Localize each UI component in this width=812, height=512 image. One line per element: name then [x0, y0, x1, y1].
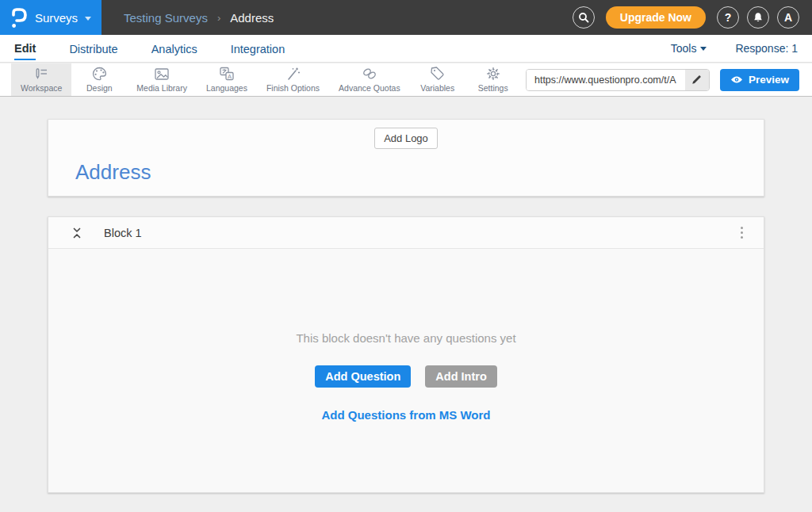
toolbar-item-label: Workspace [21, 83, 62, 93]
pencil-icon [691, 75, 702, 85]
collapse-block-button[interactable] [69, 225, 85, 241]
preview-button[interactable]: Preview [720, 69, 799, 91]
bell-icon [753, 12, 764, 23]
toolbar-item-languages[interactable]: A Languages [197, 63, 257, 96]
editor-toolbar: Workspace Design Media Library A Languag… [0, 63, 812, 97]
svg-text:A: A [228, 73, 232, 80]
workspace-icon [33, 67, 49, 81]
breadcrumb-separator-icon: › [217, 12, 220, 24]
toolbar-item-variables[interactable]: Variables [410, 63, 465, 96]
upgrade-now-button[interactable]: Upgrade Now [606, 6, 706, 29]
toolbar-right: Preview [526, 63, 812, 96]
block-menu-kebab-icon[interactable] [736, 224, 748, 242]
help-button[interactable]: ? [717, 6, 739, 29]
tag-icon [430, 67, 445, 81]
toolbar-item-label: Media Library [136, 83, 187, 93]
edit-url-button[interactable] [685, 70, 709, 90]
search-icon[interactable] [573, 6, 595, 29]
add-question-button[interactable]: Add Question [315, 365, 411, 388]
breadcrumb: Testing Surveys › Address [124, 11, 274, 25]
toolbar-item-label: Languages [206, 83, 247, 93]
tools-label: Tools [671, 42, 697, 55]
chevron-down-icon [700, 47, 707, 51]
tab-integration[interactable]: Integration [231, 37, 285, 59]
tab-analytics[interactable]: Analytics [151, 37, 197, 59]
chevron-down-icon [85, 17, 91, 21]
toolbar-item-finish-options[interactable]: Finish Options [257, 63, 329, 96]
survey-url-group [526, 69, 710, 91]
toolbar-item-advance-quotas[interactable]: Advance Quotas [329, 63, 410, 96]
tab-edit[interactable]: Edit [14, 36, 36, 60]
notifications-button[interactable] [747, 6, 769, 29]
toolbar-item-design[interactable]: Design [71, 63, 127, 96]
breadcrumb-survey-name: Address [230, 11, 274, 25]
palette-icon [92, 67, 107, 81]
toolbar-item-workspace[interactable]: Workspace [11, 63, 71, 96]
nav-right: Tools Response: 1 [671, 42, 798, 55]
toolbar-item-label: Advance Quotas [339, 83, 400, 93]
block-body: This block doesn't have any questions ye… [48, 249, 764, 492]
survey-title[interactable]: Address [75, 160, 764, 185]
translate-icon: A [219, 67, 235, 81]
eye-icon [730, 75, 743, 84]
response-count[interactable]: Response: 1 [735, 42, 798, 55]
toolbar-item-label: Settings [478, 83, 508, 93]
survey-url-input[interactable] [527, 70, 685, 90]
survey-header-card: Add Logo Address [48, 119, 764, 197]
block-card: Block 1 This block doesn't have any ques… [48, 216, 764, 493]
main-nav: Edit Distribute Analytics Integration To… [0, 35, 812, 63]
block-title[interactable]: Block 1 [104, 227, 142, 239]
toolbar-item-label: Design [86, 83, 113, 93]
preview-label: Preview [749, 74, 789, 86]
product-switcher[interactable]: Surveys [0, 0, 102, 35]
tools-menu[interactable]: Tools [671, 42, 707, 55]
gear-icon [486, 67, 500, 81]
collapse-icon [71, 227, 83, 239]
account-avatar[interactable]: A [777, 6, 799, 29]
topbar-actions: Upgrade Now ? A [573, 6, 812, 29]
add-questions-from-msword-link[interactable]: Add Questions from MS Word [321, 408, 490, 422]
breadcrumb-folder[interactable]: Testing Surveys [124, 11, 208, 25]
image-icon [154, 67, 170, 81]
empty-block-message: This block doesn't have any questions ye… [296, 331, 515, 345]
wand-icon [285, 67, 301, 81]
questionpro-logo-icon [10, 6, 28, 29]
toolbar-item-label: Variables [420, 83, 454, 93]
add-intro-button[interactable]: Add Intro [425, 365, 496, 388]
toolbar-item-label: Finish Options [266, 83, 320, 93]
add-logo-button[interactable]: Add Logo [374, 128, 438, 149]
questionpro-app: Surveys Testing Surveys › Address Upgrad… [0, 0, 812, 512]
survey-editor-canvas: Add Logo Address Block 1 This block does… [0, 97, 812, 512]
product-name: Surveys [35, 11, 78, 25]
toolbar-item-media-library[interactable]: Media Library [127, 63, 197, 96]
tab-distribute[interactable]: Distribute [69, 37, 117, 59]
toolbar-item-settings[interactable]: Settings [465, 63, 521, 96]
block-header: Block 1 [48, 217, 764, 249]
topbar: Surveys Testing Surveys › Address Upgrad… [0, 0, 812, 35]
chain-icon [362, 67, 377, 81]
